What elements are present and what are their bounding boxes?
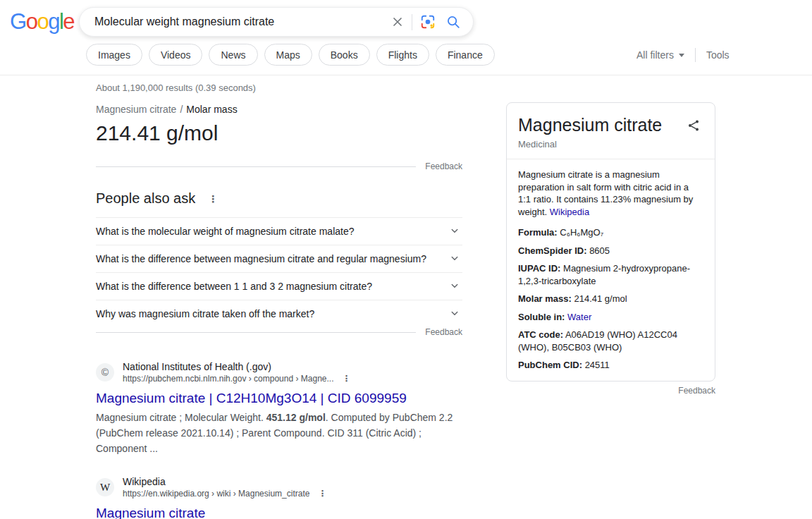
answer-box: Magnesium citrate/Molar mass 214.41 g/mo… [96, 104, 462, 171]
paa-question[interactable]: What is the difference between 1 1 and 3… [96, 272, 462, 300]
paa-question-text: What is the difference between 1 1 and 3… [96, 281, 372, 292]
search-bar[interactable] [79, 7, 474, 37]
logo-letter: o [26, 9, 37, 34]
wikipedia-source-link[interactable]: Wikipedia [550, 207, 589, 217]
answer-divider [96, 166, 416, 167]
fact-soluble-in: Soluble in: Water [518, 311, 703, 324]
tools-button[interactable]: Tools [706, 49, 730, 61]
result-snippet: Magnesium citrate ; Molecular Weight. 45… [96, 410, 462, 456]
description-text: Magnesium citrate is a magnesium prepara… [518, 169, 693, 217]
share-icon[interactable] [687, 118, 701, 133]
knowledge-panel-feedback-link[interactable]: Feedback [678, 386, 715, 396]
snippet-bold-text: 451.12 g/mol [266, 412, 326, 423]
google-lens-icon[interactable] [419, 13, 437, 31]
clear-search-icon[interactable] [388, 13, 407, 31]
result-url: https://pubchem.ncbi.nlm.nih.gov › compo… [123, 373, 334, 384]
fact-chemspider-id: ChemSpider ID: 8605 [518, 245, 703, 257]
search-submit-icon[interactable] [444, 13, 462, 31]
fact-molar-mass: Molar mass: 214.41 g/mol [518, 293, 703, 305]
tab-news[interactable]: News [209, 44, 257, 66]
chevron-down-icon [448, 252, 461, 267]
fact-label: PubChem CID: [518, 360, 582, 370]
search-result-wikipedia: W Wikipedia https://en.wikipedia.org › w… [96, 475, 462, 519]
result-source[interactable]: W Wikipedia https://en.wikipedia.org › w… [96, 475, 462, 499]
knowledge-panel-description: Magnesium citrate is a magnesium prepara… [518, 169, 703, 218]
fact-label: Formula: [518, 227, 558, 238]
all-filters-button[interactable]: All filters [636, 49, 684, 61]
search-result-pubchem: © National Institutes of Health (.gov) h… [96, 360, 462, 456]
answer-value: 214.41 g/mol [96, 121, 462, 145]
breadcrumb-root-link[interactable]: Magnesium citrate [96, 104, 176, 115]
fact-label: ATC code: [518, 329, 563, 340]
knowledge-panel-facts: Formula: C₆H₆MgO₇ ChemSpider ID: 8605 IU… [518, 226, 703, 372]
result-site-name: National Institutes of Health (.gov) [123, 360, 351, 373]
tab-finance[interactable]: Finance [436, 44, 495, 66]
search-tools-area: All filters Tools [636, 48, 730, 62]
fact-atc-code: ATC code: A06AD19 (WHO) A12CC04 (WHO), B… [518, 329, 703, 353]
search-category-tabs: Images Videos News Maps Books Flights Fi… [86, 44, 495, 66]
fact-label: Soluble in: [518, 312, 565, 322]
people-also-ask-title: People also ask [96, 190, 195, 207]
knowledge-panel-column: Magnesium citrate Medicinal Magnesium ci… [506, 102, 715, 396]
more-vertical-icon[interactable]: ⋮ [318, 489, 326, 498]
chevron-down-icon [448, 307, 461, 322]
paa-question-text: What is the difference between magnesium… [96, 253, 426, 264]
paa-feedback-link[interactable]: Feedback [425, 327, 462, 337]
fact-iupac-id: IUPAC ID: Magnesium 2-hydroxypropane-1,2… [518, 262, 703, 287]
knowledge-panel-subtitle: Medicinal [518, 139, 703, 149]
fact-value: 24511 [585, 360, 610, 370]
more-vertical-icon[interactable]: ⋮ [343, 374, 351, 383]
paa-question-text: What is the molecular weight of magnesiu… [96, 226, 355, 237]
paa-question-text: Why was magnesium citrate taken off the … [96, 308, 314, 319]
tab-flights[interactable]: Flights [376, 44, 429, 66]
fact-pubchem-cid: PubChem CID: 24511 [518, 359, 703, 372]
answer-feedback-link[interactable]: Feedback [425, 161, 462, 171]
all-filters-label: All filters [636, 49, 674, 61]
more-vertical-icon[interactable]: ⋮ [208, 194, 218, 204]
snippet-text: Magnesium citrate ; Molecular Weight. [96, 412, 266, 423]
breadcrumb-separator: / [180, 104, 183, 115]
search-bar-divider [412, 14, 412, 30]
caret-down-icon [679, 54, 684, 57]
search-input[interactable] [80, 8, 388, 36]
water-link[interactable]: Water [567, 312, 591, 322]
knowledge-panel-title: Magnesium citrate [518, 115, 662, 135]
paa-question[interactable]: What is the molecular weight of magnesiu… [96, 217, 462, 245]
tab-videos[interactable]: Videos [149, 44, 203, 66]
fact-label: ChemSpider ID: [518, 245, 587, 256]
fact-value: C₆H₆MgO₇ [560, 227, 603, 238]
fact-value: 8605 [589, 245, 610, 256]
google-logo[interactable]: Google [10, 9, 74, 35]
tab-maps[interactable]: Maps [264, 44, 312, 66]
result-title-link[interactable]: Magnesium citrate [96, 506, 205, 519]
paa-divider [96, 332, 416, 333]
logo-letter: o [37, 9, 48, 34]
result-source[interactable]: © National Institutes of Health (.gov) h… [96, 360, 462, 384]
tab-books[interactable]: Books [319, 44, 370, 66]
result-site-name: Wikipedia [123, 475, 326, 488]
google-search-results-page: Google Images Videos News [0, 0, 812, 519]
fact-formula: Formula: C₆H₆MgO₇ [518, 226, 703, 239]
knowledge-panel-divider [507, 159, 715, 159]
chevron-down-icon [448, 224, 461, 239]
fact-label: Molar mass: [518, 293, 572, 304]
result-stats: About 1,190,000 results (0.39 seconds) [96, 83, 462, 93]
paa-question[interactable]: Why was magnesium citrate taken off the … [96, 300, 462, 327]
people-also-ask: People also ask ⋮ What is the molecular … [96, 190, 462, 337]
header-divider [0, 75, 812, 75]
fact-value: 214.41 g/mol [574, 293, 627, 304]
paa-question[interactable]: What is the difference between magnesium… [96, 245, 462, 272]
result-url: https://en.wikipedia.org › wiki › Magnes… [123, 488, 309, 499]
logo-letter: e [63, 9, 74, 34]
knowledge-panel: Magnesium citrate Medicinal Magnesium ci… [506, 102, 715, 381]
tools-divider [695, 48, 696, 62]
logo-letter: G [10, 9, 26, 34]
fact-label: IUPAC ID: [518, 263, 560, 274]
breadcrumb-leaf: Molar mass [186, 104, 237, 115]
logo-letter: g [48, 9, 59, 34]
breadcrumb: Magnesium citrate/Molar mass [96, 104, 462, 115]
result-title-link[interactable]: Magnesium citrate | C12H10Mg3O14 | CID 6… [96, 391, 407, 406]
wikipedia-favicon-icon: W [96, 478, 114, 496]
pubchem-favicon-icon: © [96, 363, 114, 381]
tab-images[interactable]: Images [86, 44, 142, 66]
